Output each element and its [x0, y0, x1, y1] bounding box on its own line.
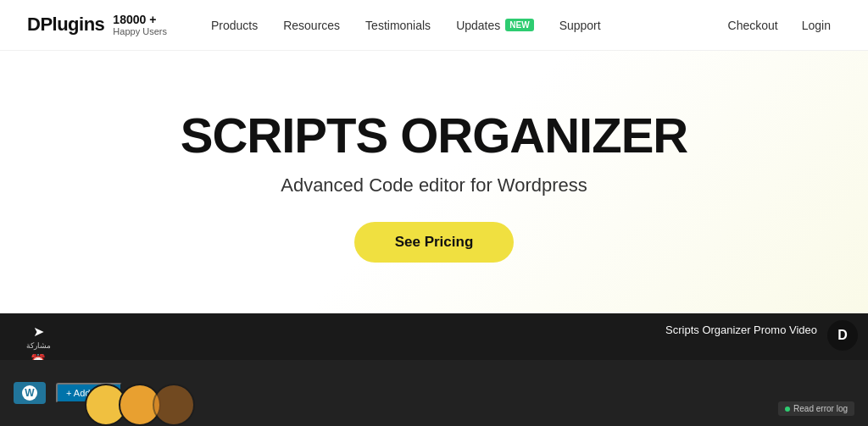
nav-testimonials[interactable]: Testimonials	[355, 14, 441, 37]
video-d-logo: D	[827, 320, 858, 351]
nav-products[interactable]: Products	[201, 14, 268, 37]
read-error-label: Read error log	[793, 404, 848, 413]
avatar-3	[153, 384, 195, 426]
share-icon: ➤	[33, 324, 44, 340]
hero-subtitle: Advanced Code editor for Wordpress	[281, 174, 587, 196]
error-status-dot	[785, 407, 790, 412]
wp-logo: W	[22, 385, 37, 401]
read-error-button[interactable]: Read error log	[778, 401, 854, 416]
nav-updates-label: Updates	[456, 19, 500, 32]
nav-support[interactable]: Support	[549, 14, 611, 37]
hero-section: SCRIPTS ORGANIZER Advanced Code editor f…	[0, 51, 868, 313]
nav-right: Checkout Login	[718, 14, 841, 37]
happy-users-label: Happy Users	[113, 26, 167, 36]
nav-checkout[interactable]: Checkout	[718, 14, 788, 37]
logo[interactable]: DPlugins	[27, 14, 104, 36]
share-label: مشاركة	[26, 341, 51, 350]
logo-d: D	[27, 14, 40, 35]
nav-login[interactable]: Login	[792, 14, 841, 37]
nav-resources[interactable]: Resources	[273, 14, 350, 37]
nav-updates[interactable]: Updates NEW	[446, 14, 544, 37]
user-count-area: 18000 + Happy Users	[113, 14, 167, 36]
wp-icon-area: W	[14, 382, 46, 404]
video-content-area: W + Add New Read error log	[0, 360, 868, 426]
avatar-circles	[85, 384, 195, 426]
user-count: 18000 +	[113, 14, 167, 26]
logo-area: DPlugins 18000 + Happy Users	[27, 14, 167, 36]
see-pricing-button[interactable]: See Pricing	[354, 222, 515, 263]
video-section: ➤ مشاركة ⏰ المشاهدة لاحقاً Scripts Organ…	[0, 313, 868, 426]
main-nav: Products Resources Testimonials Updates …	[201, 14, 718, 37]
share-button[interactable]: ➤ مشاركة	[14, 324, 64, 350]
video-title: Scripts Organizer Promo Video	[665, 324, 817, 336]
header: DPlugins 18000 + Happy Users Products Re…	[0, 0, 868, 51]
hero-title: SCRIPTS ORGANIZER	[181, 110, 688, 162]
updates-badge: NEW	[505, 19, 533, 31]
logo-suffix: Plugins	[40, 14, 104, 35]
